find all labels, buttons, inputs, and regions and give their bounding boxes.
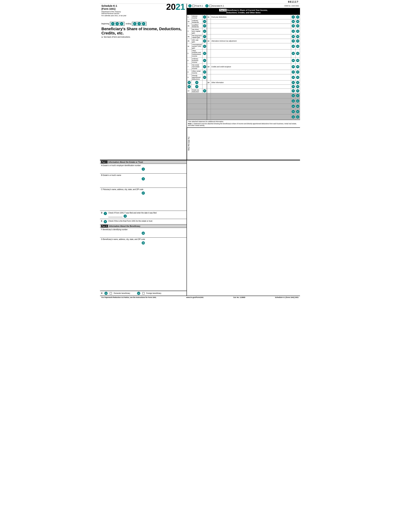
badge-12: 12 (137, 292, 140, 295)
row-num-2a: 2a (187, 19, 191, 24)
final-k1-checkbox[interactable]: 1 Final K-1 (188, 4, 203, 7)
row-badge-30c: 30 (291, 70, 295, 74)
part-iii-badge: Part III (219, 9, 227, 11)
field-g-label: G Beneficiary's name, address, city, sta… (101, 238, 185, 240)
row-empty-8-2 (211, 70, 291, 74)
row-badge-24d: 24 (187, 84, 191, 89)
row-badge-25: 25 (202, 89, 207, 93)
field-a-content: 5 (101, 166, 185, 172)
footer-right: Schedule K-1 (Form 1041) 2021 (275, 297, 299, 298)
row-badge-26e: 26 (291, 24, 295, 28)
amended-k1-checkbox[interactable]: 2 Amended K-1 (205, 4, 224, 7)
row-num-9: 9 (187, 74, 191, 80)
field-d-date-input[interactable] (108, 215, 123, 217)
row-badge-23: 23 (202, 70, 207, 74)
badge-4a: 4 (133, 22, 136, 25)
table-row: 24 24 31 31 (187, 84, 300, 89)
row-badge-28b: 28 (295, 39, 300, 43)
badge-8: 8 (123, 215, 127, 218)
final-k1-row: 1 Final K-1 2 Amended K-1 OMB No. 1545-0… (187, 4, 300, 8)
foreign-beneficiary-label: Foreign beneficiary (146, 292, 161, 294)
badge-3c: 3 (120, 22, 123, 25)
domestic-checkbox[interactable] (110, 292, 112, 294)
field-g-section: G Beneficiary's name, address, city, sta… (100, 238, 186, 291)
row-badge-31k: 31 (291, 104, 295, 109)
badge-4b: 4 (138, 22, 141, 25)
foreign-checkbox[interactable] (142, 292, 144, 294)
right-header-block: 1 Final K-1 2 Amended K-1 OMB No. 1545-0… (187, 4, 300, 160)
row-badge-20: 20 (202, 49, 207, 57)
row-desc-9: Directly apportioned deductions (191, 74, 203, 80)
row-badge-31b: 31 (295, 80, 300, 84)
table-row-gray: 31 31 (187, 109, 300, 114)
row-empty-sub9 (202, 80, 207, 84)
table-row: 6 Ordinary business income 21 28 28 (187, 57, 300, 63)
row-badge-31c: 31 (291, 84, 295, 89)
part-ii-label: Part II (101, 225, 108, 227)
gray-empty-2 (211, 93, 291, 98)
row-badge-26d: 26 (295, 19, 300, 24)
field-c-section: C Fiduciary's name, address, city, state… (100, 188, 186, 211)
row-empty-6 (207, 57, 211, 63)
row-badge-31m: 31 (291, 109, 295, 114)
gray-empty-9 (207, 114, 211, 120)
row-badge-28e: 28 (291, 49, 295, 57)
gray-empty-7 (207, 109, 211, 114)
row-badge-31l: 31 (295, 104, 300, 109)
row-num-4a: 4a (187, 34, 191, 39)
row-badge-16: 16 (202, 28, 207, 34)
badge-10: 10 (142, 232, 145, 235)
table-row: 4c Unrecaptured section 1250 gain 19 28 … (187, 43, 300, 49)
main-body: Part I Information About the Estate or T… (100, 160, 300, 296)
row-empty-9 (207, 74, 211, 80)
gray-empty-10 (211, 114, 291, 120)
final-k1-label: Final K-1 (195, 5, 203, 7)
row-desc-4a: Net long-term capital gain (191, 34, 203, 39)
omb-number: OMB No. 1545-0092 (284, 5, 299, 7)
dept-info: Department of the Treasury Internal Reve… (101, 11, 121, 14)
row-badge-28d: 28 (295, 43, 300, 49)
badge-1: 1 (188, 4, 191, 7)
row-badge-26i: 26 (291, 34, 295, 39)
table-row: 8 Other rental income 23 30 30 (187, 70, 300, 74)
date-row: beginning 3 / 3 / 3 ending 4 / 4 / (101, 22, 185, 26)
row-empty-10-2 (211, 89, 291, 93)
beginning-date[interactable]: 3 / 3 / 3 (110, 22, 124, 26)
field-b-label: B Estate's or trust's name (101, 174, 185, 176)
field-a-section: A Estate's or trust's employer identific… (100, 164, 186, 174)
gray-empty-5 (207, 104, 211, 109)
amended-k1-label: Amended K-1 (212, 5, 224, 7)
barcode-text: 66111? (288, 0, 299, 3)
irs-use-label: For IRS Use Only (187, 128, 191, 160)
row-badge-19: 19 (202, 43, 207, 49)
ending-date[interactable]: 4 / 4 / 4 (132, 22, 147, 26)
irs-use-content (191, 128, 300, 160)
row-empty-6-2 (211, 57, 291, 63)
left-panel: Part I Information About the Estate or T… (100, 160, 187, 296)
part-i-header: Part I Information About the Estate or T… (100, 160, 186, 164)
page-wrapper: 66111? Schedule K-1 (Form 1041) Departme… (100, 0, 300, 299)
ending-label: ending (126, 23, 131, 25)
main-title: Beneficiary's Share of Income, Deduction… (101, 27, 185, 35)
gray-empty-3 (207, 98, 211, 104)
table-row: 5 Other portfolio and nonbusiness income… (187, 49, 300, 57)
badge-5: 5 (142, 168, 145, 171)
row-num-7: 7 (187, 63, 191, 70)
row-badge-31d: 31 (295, 84, 300, 89)
irs-use-section: For IRS Use Only (187, 127, 300, 160)
row-badge-26f: 26 (295, 24, 300, 28)
row-badge-26c: 26 (291, 19, 295, 24)
part-i-label: Part I (101, 161, 107, 163)
row-desc-11: Final year deductions (211, 15, 291, 19)
badge-9: 9 (104, 220, 107, 223)
row-num-1: 1 (187, 15, 191, 19)
field-g-content: 29 (101, 240, 185, 246)
final-k1-checkbox-box[interactable] (192, 5, 195, 7)
amended-k1-checkbox-box[interactable] (209, 5, 211, 7)
table-row: 9 Directly apportioned deductions 24 30 … (187, 74, 300, 80)
table-row: 1 Interest income 13 11 Final year deduc… (187, 15, 300, 19)
footer-note-section: *See attached statement for additional i… (187, 120, 300, 127)
row-badge-31h: 31 (295, 93, 300, 98)
row-badge-28a: 28 (291, 39, 295, 43)
row-num-11: 11 (207, 15, 211, 19)
